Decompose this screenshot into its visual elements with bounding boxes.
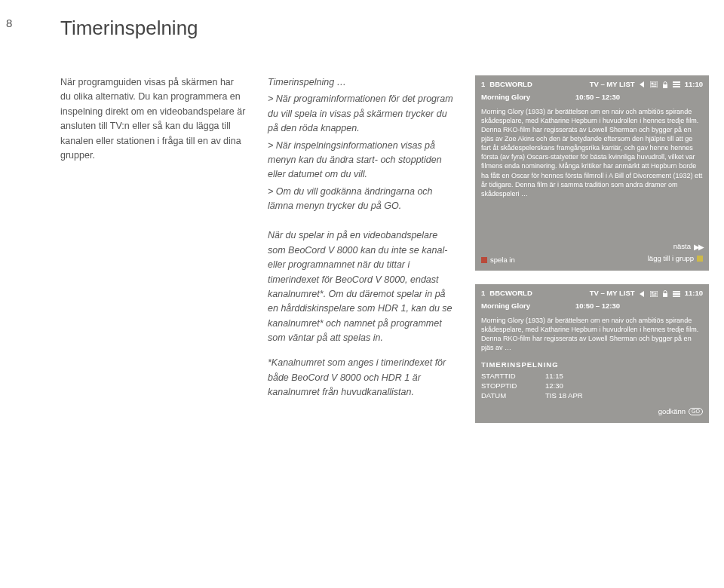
go-button-icon: GO <box>689 408 703 415</box>
lock-icon <box>662 81 668 88</box>
svg-rect-16 <box>651 294 656 295</box>
tv-screen-program-info: 1 BBCWORLD TV – MY LIST 11:10 <box>475 75 709 271</box>
channel-name: BBCWORLD <box>489 80 532 90</box>
svg-rect-3 <box>654 83 656 84</box>
svg-rect-7 <box>663 84 667 88</box>
red-button-icon <box>481 257 487 263</box>
timer-key: DATUM <box>481 391 545 401</box>
timer-row-date[interactable]: DATUM TIS 18 APR <box>481 391 703 401</box>
list-label: TV – MY LIST <box>590 80 635 90</box>
instruction-3: > Om du vill godkänna ändringarna och lä… <box>268 185 454 214</box>
page-title: Timerinspelning <box>60 17 198 40</box>
program-time: 10:50 – 12:30 <box>575 302 620 311</box>
fast-forward-icon: ▶▶ <box>694 242 703 253</box>
content-columns: När programguiden visas på skärmen har d… <box>60 75 709 436</box>
svg-marker-0 <box>640 81 644 87</box>
program-description: Morning Glory (1933) är berättelsen om e… <box>481 316 703 353</box>
svg-rect-1 <box>650 81 658 87</box>
program-line: Morning Glory 10:50 – 12:30 <box>481 302 703 311</box>
next-action[interactable]: nästa ▶▶ <box>648 242 703 253</box>
instruction-1: > När programinformationen för det progr… <box>268 92 454 136</box>
timer-title: TIMERINSPELNING <box>481 360 703 370</box>
timer-value: 11:15 <box>545 372 563 381</box>
add-to-group-action[interactable]: lägg till i grupp <box>648 254 703 264</box>
program-line: Morning Glory 10:50 – 12:30 <box>481 93 703 103</box>
next-label: nästa <box>673 242 691 252</box>
footnote-text: *Kanalnumret som anges i timerindexet fö… <box>268 356 454 400</box>
svg-rect-8 <box>673 81 680 83</box>
note-text: När du spelar in på en videobandspelare … <box>268 228 454 345</box>
list-icon <box>673 81 680 87</box>
tv-screen-timer-recording: 1 BBCWORLD TV – MY LIST 11:10 <box>475 284 709 422</box>
svg-rect-15 <box>654 293 656 294</box>
record-action[interactable]: spela in <box>481 256 515 265</box>
program-time: 10:50 – 12:30 <box>575 93 620 103</box>
panel-header: 1 BBCWORLD TV – MY LIST 11:10 <box>481 80 703 90</box>
list-icon <box>673 291 680 297</box>
left-arrow-icon <box>640 291 646 297</box>
left-arrow-icon <box>640 81 646 87</box>
approve-label: godkänn <box>658 407 686 417</box>
teletext-icon <box>650 291 658 297</box>
timer-key: STOPPTID <box>481 381 545 391</box>
approve-action[interactable]: godkänn GO <box>481 407 703 417</box>
svg-rect-21 <box>673 296 680 297</box>
intro-text: När programguiden visas på skärmen har d… <box>60 75 247 163</box>
timer-value: TIS 18 APR <box>545 391 583 401</box>
teletext-icon <box>650 81 658 87</box>
yellow-button-icon <box>697 256 703 262</box>
section-label: Timerinspelning … <box>268 75 454 90</box>
lock-icon <box>662 290 668 297</box>
svg-rect-9 <box>673 84 680 85</box>
add-group-label: lägg till i grupp <box>648 254 694 264</box>
column-intro: När programguiden visas på skärmen har d… <box>60 75 247 436</box>
svg-rect-18 <box>663 293 667 297</box>
svg-marker-11 <box>640 291 644 297</box>
column-instructions: Timerinspelning … > När programinformati… <box>268 75 454 436</box>
channel-number: 1 <box>481 80 485 90</box>
svg-rect-6 <box>651 86 656 87</box>
instruction-2: > När inspelningsinformationen visas på … <box>268 139 454 182</box>
svg-rect-5 <box>651 85 656 86</box>
clock: 11:10 <box>685 80 703 90</box>
page-number: 8 <box>6 17 12 29</box>
record-label: spela in <box>490 256 515 265</box>
svg-rect-4 <box>654 84 656 84</box>
program-description: Morning Glory (1933) är berättelsen om e… <box>481 107 703 198</box>
channel-name: BBCWORLD <box>489 289 532 299</box>
timer-value: 12:30 <box>545 381 563 391</box>
panel-actions: spela in nästa ▶▶ lägg till i grupp <box>481 242 703 265</box>
svg-rect-14 <box>654 292 656 292</box>
timer-block: TIMERINSPELNING STARTTID 11:15 STOPPTID … <box>481 360 703 417</box>
list-label: TV – MY LIST <box>590 289 635 299</box>
timer-row-stop[interactable]: STOPPTID 12:30 <box>481 381 703 391</box>
svg-rect-13 <box>651 292 653 293</box>
timer-key: STARTTID <box>481 372 545 381</box>
channel-number: 1 <box>481 289 485 299</box>
svg-rect-19 <box>673 291 680 292</box>
panel-header: 1 BBCWORLD TV – MY LIST 11:10 <box>481 289 703 299</box>
svg-rect-2 <box>651 83 653 84</box>
program-name: Morning Glory <box>481 302 530 311</box>
clock: 11:10 <box>685 289 703 299</box>
svg-rect-10 <box>673 86 680 87</box>
svg-rect-17 <box>651 296 656 296</box>
program-name: Morning Glory <box>481 93 530 103</box>
timer-row-start[interactable]: STARTTID 11:15 <box>481 372 703 381</box>
column-screens: 1 BBCWORLD TV – MY LIST 11:10 <box>475 75 709 436</box>
svg-rect-20 <box>673 293 680 295</box>
